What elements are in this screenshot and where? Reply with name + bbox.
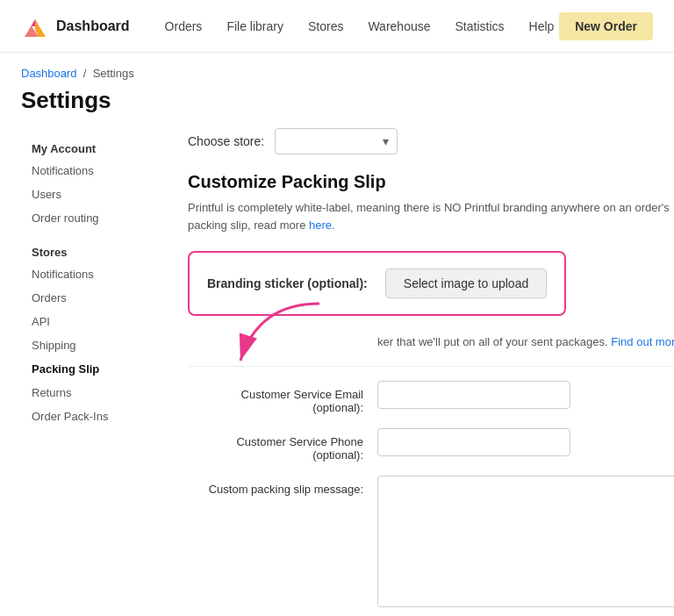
- sidebar: My Account Notifications Users Order rou…: [21, 128, 170, 616]
- branding-row: Branding sticker (optional): Select imag…: [207, 269, 547, 298]
- header: Dashboard Orders File library Stores War…: [0, 0, 674, 53]
- new-order-button[interactable]: New Order: [559, 12, 653, 40]
- divider: [188, 366, 674, 367]
- message-label: Custom packing slip message:: [188, 476, 363, 496]
- branding-hint: ker that we'll put on all of your sent p…: [377, 335, 674, 348]
- sidebar-section-stores: Stores: [21, 239, 170, 262]
- nav-statistics[interactable]: Statistics: [455, 19, 505, 33]
- branding-box: Branding sticker (optional): Select imag…: [188, 251, 566, 316]
- branding-hint-link[interactable]: Find out more.: [611, 335, 674, 348]
- store-select[interactable]: [275, 128, 398, 154]
- choose-store-row: Choose store:: [188, 128, 674, 154]
- page-title: Settings: [0, 83, 674, 128]
- nav-file-library[interactable]: File library: [226, 19, 283, 33]
- sidebar-item-users[interactable]: Users: [21, 183, 170, 206]
- branding-label: Branding sticker (optional):: [207, 276, 368, 290]
- logo: Dashboard: [21, 12, 130, 40]
- layout: My Account Notifications Users Order rou…: [0, 128, 674, 616]
- breadcrumb: Dashboard / Settings: [0, 53, 674, 83]
- branding-hint-text: ker that we'll put on all of your sent p…: [377, 335, 608, 348]
- choose-store-label: Choose store:: [188, 134, 264, 148]
- section-title: Customize Packing Slip: [188, 172, 674, 192]
- message-textarea[interactable]: [377, 476, 674, 607]
- sidebar-item-order-routing[interactable]: Order routing: [21, 206, 170, 230]
- sidebar-item-packing-slip[interactable]: Packing Slip: [21, 357, 170, 381]
- nav-orders[interactable]: Orders: [165, 19, 203, 33]
- phone-row: Customer Service Phone (optional):: [188, 428, 674, 462]
- sidebar-item-returns[interactable]: Returns: [21, 381, 170, 405]
- sidebar-item-notifications-stores[interactable]: Notifications: [21, 262, 170, 286]
- email-row: Customer Service Email (optional):: [188, 381, 674, 414]
- logo-icon: [21, 12, 49, 40]
- nav-stores[interactable]: Stores: [308, 19, 343, 33]
- breadcrumb-current: Settings: [93, 67, 134, 80]
- phone-input[interactable]: [377, 428, 570, 456]
- nav-help[interactable]: Help: [529, 19, 555, 33]
- upload-button[interactable]: Select image to upload: [385, 269, 547, 298]
- email-input[interactable]: [377, 381, 570, 409]
- store-select-wrapper: [275, 128, 398, 154]
- main-nav: Orders File library Stores Warehouse Sta…: [165, 19, 560, 33]
- section-desc-text: Printful is completely white-label, mean…: [188, 201, 670, 232]
- nav-warehouse[interactable]: Warehouse: [368, 19, 430, 33]
- sidebar-item-orders[interactable]: Orders: [21, 286, 170, 310]
- message-row: Custom packing slip message:: [188, 476, 674, 607]
- section-desc: Printful is completely white-label, mean…: [188, 199, 674, 233]
- sidebar-section-my-account: My Account: [21, 135, 170, 159]
- section-desc-link[interactable]: here: [309, 218, 332, 232]
- sidebar-item-shipping[interactable]: Shipping: [21, 333, 170, 357]
- sidebar-item-notifications-account[interactable]: Notifications: [21, 159, 170, 183]
- sidebar-item-order-pack-ins[interactable]: Order Pack-Ins: [21, 405, 170, 428]
- main-content: Choose store: Customize Packing Slip Pri…: [170, 128, 674, 616]
- phone-label: Customer Service Phone (optional):: [188, 428, 363, 462]
- sidebar-item-api[interactable]: API: [21, 310, 170, 333]
- logo-text: Dashboard: [56, 18, 130, 34]
- email-label: Customer Service Email (optional):: [188, 381, 363, 414]
- breadcrumb-parent[interactable]: Dashboard: [21, 67, 77, 80]
